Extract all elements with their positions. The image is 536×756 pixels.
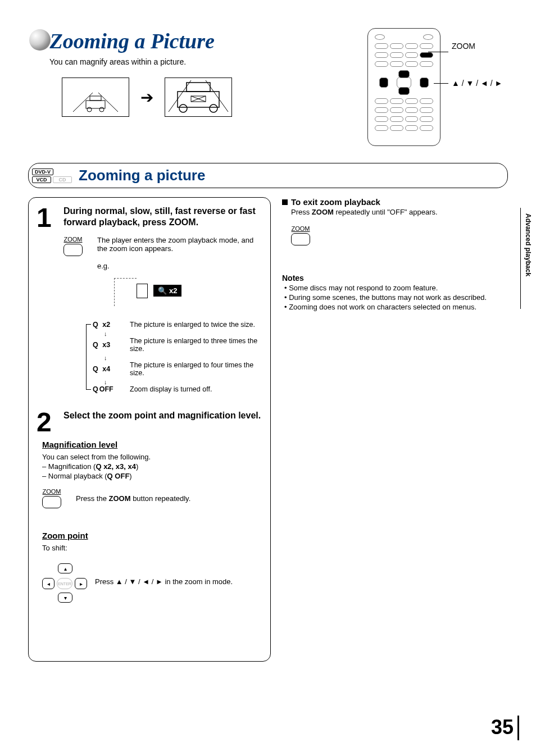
decorative-sphere-icon bbox=[28, 28, 52, 54]
step-1-heading: During normal, slow, still, fast reverse… bbox=[63, 206, 262, 228]
down-arrow-icon: ↓ bbox=[104, 331, 262, 337]
section-heading-bar: DVD-V VCD CD Zooming a picture bbox=[28, 163, 508, 188]
zoom-level-label: OFF bbox=[99, 385, 113, 393]
down-button-icon: ▾ bbox=[58, 593, 72, 603]
notes-heading: Notes bbox=[282, 274, 508, 283]
zoom-point-desc: Press ▲ / ▼ / ◄ / ► in the zoom in mode. bbox=[95, 577, 233, 586]
down-arrow-icon: ↓ bbox=[104, 379, 262, 385]
zoom-levels-table: Q x2 The picture is enlarged to twice th… bbox=[86, 321, 262, 393]
zoom-button-caption: ZOOM bbox=[292, 225, 310, 232]
remote-dpad-label: ▲ / ▼ / ◄ / ► bbox=[452, 79, 502, 88]
magnification-level-heading: Magnification level bbox=[42, 440, 262, 449]
magnifier-icon: 🔍 bbox=[158, 286, 167, 295]
step-2-heading: Select the zoom point and magnification … bbox=[63, 410, 262, 421]
remote-icon bbox=[367, 28, 440, 146]
right-button-icon: ▸ bbox=[75, 578, 87, 589]
car-before-icon bbox=[62, 78, 129, 117]
step-1-desc: The player enters the zoom playback mode… bbox=[97, 236, 262, 253]
step-2: 2 Select the zoom point and magnificatio… bbox=[37, 410, 262, 434]
magnification-options-1: – Magnification (Q x2, x3, x4) bbox=[42, 462, 262, 471]
down-arrow-icon: ↓ bbox=[104, 355, 262, 361]
zoom-level-label: x2 bbox=[102, 321, 110, 329]
header-row: Zooming a Picture You can magnify areas … bbox=[28, 28, 508, 146]
table-row: Q x4 The picture is enlarged to four tim… bbox=[93, 361, 262, 377]
exit-zoom-desc: Press ZOOM repeatedly until "OFF" appear… bbox=[291, 208, 508, 216]
list-item: During some scenes, the buttons may not … bbox=[284, 293, 508, 302]
enter-button-icon: ENTER bbox=[57, 578, 72, 589]
zoom-level-desc: The picture is enlarged to four times th… bbox=[130, 361, 262, 377]
badge-dvdv: DVD-V bbox=[32, 168, 53, 175]
eg-label: e.g. bbox=[97, 262, 262, 270]
zoom-point-heading: Zoom point bbox=[42, 531, 262, 540]
zoom-level-label: x4 bbox=[102, 365, 110, 373]
svg-point-0 bbox=[29, 29, 51, 51]
zoom-level-desc: The picture is enlarged to three times t… bbox=[130, 337, 262, 353]
zoom-level-desc: Zoom display is turned off. bbox=[130, 385, 212, 393]
page-number: 35 bbox=[491, 716, 514, 739]
svg-point-15 bbox=[210, 104, 217, 112]
step-1-number: 1 bbox=[37, 206, 58, 395]
svg-line-2 bbox=[98, 93, 118, 112]
section-title: Zooming a picture bbox=[79, 167, 205, 184]
zoom-indicator-diagram: 🔍 x2 bbox=[108, 272, 262, 317]
zoom-button-icon: ZOOM bbox=[42, 488, 61, 508]
zoom-level-desc: The picture is enlarged to twice the siz… bbox=[130, 321, 255, 329]
table-row: Q x2 The picture is enlarged to twice th… bbox=[93, 321, 262, 329]
table-row: QOFF Zoom display is turned off. bbox=[93, 385, 262, 393]
svg-point-6 bbox=[99, 107, 104, 112]
list-item: Zooming does not work on characters sele… bbox=[284, 303, 508, 311]
zoom-level-label: x3 bbox=[102, 341, 110, 349]
steps-panel: 1 During normal, slow, still, fast rever… bbox=[28, 197, 271, 662]
step-1: 1 During normal, slow, still, fast rever… bbox=[37, 206, 262, 395]
page-subtitle: You can magnify areas within a picture. bbox=[49, 57, 334, 66]
left-button-icon: ◂ bbox=[42, 578, 54, 589]
remote-zoom-label: ZOOM bbox=[452, 42, 475, 51]
step-2-number: 2 bbox=[37, 410, 58, 434]
zoom-osd-badge: 🔍 x2 bbox=[153, 285, 181, 297]
badge-vcd: VCD bbox=[32, 176, 51, 183]
zoom-point-text: To shift: bbox=[42, 544, 262, 552]
zoom-button-caption: ZOOM bbox=[43, 488, 61, 495]
dpad-icon: ▴ ▾ ◂ ▸ ENTER bbox=[42, 563, 87, 603]
table-row: Q x3 The picture is enlarged to three ti… bbox=[93, 337, 262, 353]
square-bullet-icon bbox=[282, 199, 288, 205]
zoom-osd-value: x2 bbox=[169, 286, 177, 295]
page-title: Zooming a Picture bbox=[49, 29, 214, 53]
title-block: Zooming a Picture You can magnify areas … bbox=[28, 28, 334, 128]
zoom-repeat-desc: Press the ZOOM button repeatedly. bbox=[76, 494, 190, 503]
content-columns: 1 During normal, slow, still, fast rever… bbox=[28, 197, 508, 662]
car-after-icon bbox=[165, 78, 232, 117]
side-tab-label: Advanced playback bbox=[521, 208, 532, 276]
magnification-options-2: – Normal playback (Q OFF) bbox=[42, 472, 262, 480]
magnification-level-text: You can select from the following. bbox=[42, 453, 262, 461]
zoom-button-icon: ZOOM bbox=[291, 225, 310, 245]
list-item: Some discs may not respond to zoom featu… bbox=[284, 284, 508, 292]
side-tab: Advanced playback bbox=[520, 208, 536, 309]
remote-diagram: ZOOM ▲ / ▼ / ◄ / ► bbox=[367, 28, 508, 146]
arrow-right-icon: ➔ bbox=[140, 88, 153, 107]
svg-line-1 bbox=[73, 93, 93, 112]
exit-zoom-heading: To exit zoom playback bbox=[282, 197, 508, 207]
up-button-icon: ▴ bbox=[58, 563, 72, 573]
zoom-button-icon: ZOOM bbox=[63, 236, 83, 256]
svg-point-5 bbox=[87, 107, 92, 112]
badge-cd: CD bbox=[53, 176, 72, 183]
svg-rect-4 bbox=[90, 96, 101, 101]
svg-rect-10 bbox=[187, 83, 210, 92]
zoom-button-caption: ZOOM bbox=[64, 236, 83, 243]
format-badges: DVD-V VCD CD bbox=[32, 168, 72, 183]
svg-point-14 bbox=[179, 104, 187, 112]
zoom-example-illustration: ➔ bbox=[62, 78, 334, 117]
right-column: To exit zoom playback Press ZOOM repeate… bbox=[282, 197, 508, 662]
notes-list: Some discs may not respond to zoom featu… bbox=[282, 284, 508, 311]
